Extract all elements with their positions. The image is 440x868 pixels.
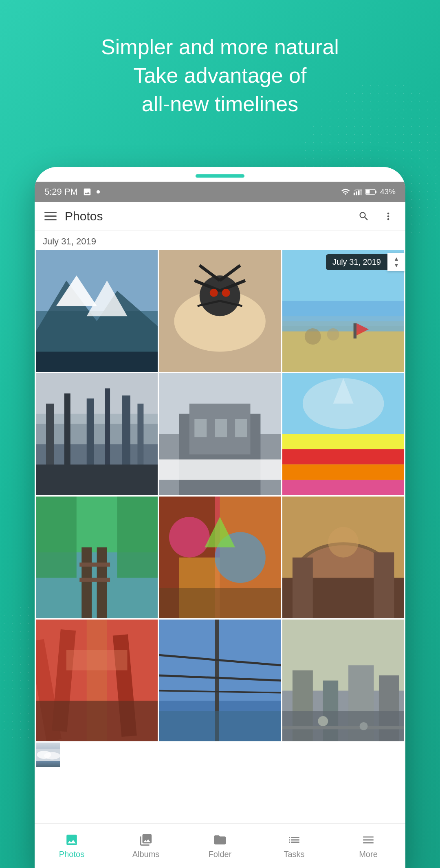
headline-line1: Simpler and more natural [101, 35, 339, 59]
svg-rect-12 [36, 352, 158, 372]
scroll-down-arrow: ▼ [394, 262, 399, 268]
svg-rect-27 [282, 316, 404, 326]
svg-rect-6 [366, 190, 370, 194]
photo-content-area: July 31, 2019 July 31, 2019 ▲ ▼ [35, 231, 405, 823]
search-button[interactable] [356, 209, 371, 224]
status-left: 5:29 PM [44, 187, 100, 197]
status-bar: 5:29 PM 43% [35, 182, 405, 202]
svg-rect-52 [282, 449, 404, 464]
photo-cell[interactable] [282, 620, 404, 741]
svg-point-106 [44, 752, 60, 760]
photos-nav-label: Photos [59, 850, 84, 859]
svg-rect-72 [159, 588, 281, 618]
svg-point-29 [327, 328, 339, 341]
nav-item-tasks[interactable]: Tasks [257, 828, 331, 863]
headline: Simpler and more natural Take advantage … [0, 33, 440, 119]
svg-rect-62 [79, 578, 110, 582]
svg-point-22 [210, 289, 218, 297]
more-nav-label: More [359, 850, 378, 859]
nav-item-photos[interactable]: Photos [35, 828, 109, 863]
photo-4 [36, 373, 158, 495]
svg-rect-78 [374, 552, 394, 618]
svg-rect-59 [81, 547, 92, 618]
photo-cell[interactable] [159, 620, 281, 741]
app-title: Photos [65, 209, 356, 223]
more-options-button[interactable] [381, 209, 396, 224]
nav-item-more[interactable]: More [331, 828, 405, 863]
svg-rect-41 [36, 465, 158, 495]
photo-cell[interactable] [282, 497, 404, 618]
photo-5 [159, 373, 281, 495]
app-bar-icons [356, 209, 396, 224]
photo-11 [159, 620, 281, 741]
photo-status-icon [83, 187, 92, 196]
albums-nav-icon [139, 833, 153, 847]
photo-cell[interactable] [36, 250, 158, 372]
svg-rect-77 [293, 557, 313, 618]
photo-8 [159, 497, 281, 618]
nav-item-folder[interactable]: Folder [183, 828, 257, 863]
signal-icon [353, 187, 362, 196]
battery-percent: 43% [380, 187, 396, 196]
photo-9 [282, 497, 404, 618]
photo-cell[interactable] [36, 497, 158, 618]
photo-cell[interactable] [159, 373, 281, 495]
scroll-indicator[interactable]: July 31, 2019 ▲ ▼ [326, 253, 405, 271]
svg-rect-93 [159, 711, 281, 742]
svg-point-79 [328, 527, 359, 558]
folder-nav-icon [213, 833, 227, 847]
nav-item-albums[interactable]: Albums [109, 828, 183, 863]
app-bar: Photos [35, 202, 405, 231]
svg-rect-54 [282, 480, 404, 495]
svg-rect-3 [360, 189, 362, 196]
photo-cell[interactable] [36, 620, 158, 741]
photo-cell[interactable] [159, 497, 281, 618]
photo-cell[interactable] [36, 373, 158, 495]
photo-12 [282, 620, 404, 741]
photos-nav-icon [64, 833, 79, 847]
photo-1 [36, 250, 158, 372]
svg-rect-30 [353, 323, 356, 338]
battery-icon [365, 187, 377, 196]
photo-cell[interactable] [159, 250, 281, 372]
svg-rect-1 [356, 191, 357, 195]
hamburger-menu-button[interactable] [44, 212, 57, 220]
headline-line2: Take advantage of [134, 64, 307, 87]
photo-cell[interactable] [282, 373, 404, 495]
wifi-icon [341, 187, 350, 196]
phone-speaker [196, 174, 244, 178]
status-time: 5:29 PM [44, 187, 78, 197]
svg-rect-85 [36, 701, 158, 742]
photo-cell[interactable] [36, 743, 60, 767]
svg-rect-2 [358, 190, 360, 195]
svg-rect-48 [215, 419, 227, 437]
scroll-handle[interactable]: ▲ ▼ [387, 253, 405, 271]
scroll-up-arrow: ▲ [394, 256, 399, 261]
svg-rect-60 [97, 547, 107, 618]
svg-rect-86 [66, 650, 128, 670]
scroll-date-label: July 31, 2019 [326, 254, 387, 270]
tasks-nav-label: Tasks [284, 850, 304, 859]
svg-rect-101 [282, 726, 404, 729]
svg-point-23 [222, 289, 230, 297]
svg-point-15 [200, 275, 240, 316]
photo-grid [35, 250, 405, 768]
photo-10 [36, 620, 158, 741]
svg-point-28 [305, 328, 321, 345]
svg-rect-64 [117, 497, 158, 578]
photo-13 [36, 743, 60, 767]
photo-7 [36, 497, 158, 618]
headline-line3: all-new timelines [142, 92, 298, 116]
albums-nav-label: Albums [132, 850, 160, 859]
svg-rect-5 [375, 191, 376, 193]
svg-point-103 [359, 722, 367, 730]
phone-top-bar [35, 167, 405, 182]
svg-rect-53 [282, 465, 404, 480]
status-dot [97, 190, 100, 193]
status-right: 43% [341, 187, 396, 196]
folder-nav-label: Folder [209, 850, 232, 859]
phone-mockup: 5:29 PM 43% Photos [35, 167, 405, 868]
svg-rect-47 [195, 419, 207, 437]
tasks-nav-icon [287, 833, 301, 847]
svg-rect-63 [36, 497, 77, 578]
